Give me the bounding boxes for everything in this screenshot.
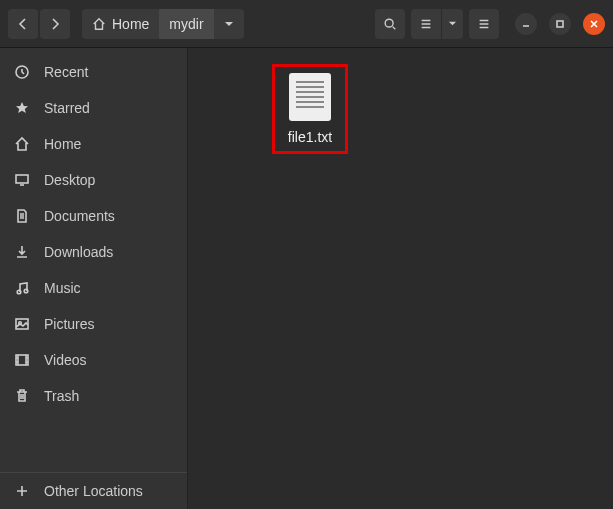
breadcrumb-label: Home <box>112 16 149 32</box>
list-icon <box>419 17 433 31</box>
svg-point-5 <box>24 289 28 293</box>
sidebar-item-music[interactable]: Music <box>0 270 187 306</box>
sidebar-item-label: Home <box>44 136 81 152</box>
sidebar-item-desktop[interactable]: Desktop <box>0 162 187 198</box>
places-list: Recent Starred Home Desktop Documents Do… <box>0 48 187 472</box>
sidebar: Recent Starred Home Desktop Documents Do… <box>0 48 188 509</box>
documents-icon <box>14 208 30 224</box>
sidebar-item-recent[interactable]: Recent <box>0 54 187 90</box>
sidebar-item-label: Starred <box>44 100 90 116</box>
triangle-down-icon <box>224 19 234 29</box>
text-file-icon <box>289 73 331 121</box>
sidebar-item-downloads[interactable]: Downloads <box>0 234 187 270</box>
chevron-left-icon <box>17 18 29 30</box>
breadcrumb-home[interactable]: Home <box>82 9 159 39</box>
home-icon <box>14 136 30 152</box>
sidebar-item-label: Trash <box>44 388 79 404</box>
sidebar-item-trash[interactable]: Trash <box>0 378 187 414</box>
search-icon <box>383 17 397 31</box>
sidebar-item-starred[interactable]: Starred <box>0 90 187 126</box>
search-button[interactable] <box>375 9 405 39</box>
plus-icon <box>14 483 30 499</box>
svg-rect-3 <box>16 175 28 183</box>
desktop-icon <box>14 172 30 188</box>
sidebar-item-label: Videos <box>44 352 87 368</box>
path-bar: Home mydir <box>82 9 244 39</box>
file-name-label: file1.txt <box>288 129 332 145</box>
sidebar-item-label: Downloads <box>44 244 113 260</box>
hamburger-menu-button[interactable] <box>469 9 499 39</box>
sidebar-item-label: Recent <box>44 64 88 80</box>
sidebar-item-label: Documents <box>44 208 115 224</box>
view-options-button[interactable] <box>441 9 463 39</box>
back-button[interactable] <box>8 9 38 39</box>
svg-rect-1 <box>557 21 563 27</box>
pictures-icon <box>14 316 30 332</box>
trash-icon <box>14 388 30 404</box>
path-dropdown-button[interactable] <box>214 9 244 39</box>
star-icon <box>14 100 30 116</box>
svg-point-0 <box>385 19 393 27</box>
maximize-icon <box>555 19 565 29</box>
window-controls <box>515 13 605 35</box>
triangle-down-icon <box>448 19 457 28</box>
view-controls <box>411 9 463 39</box>
forward-button[interactable] <box>40 9 70 39</box>
minimize-icon <box>521 19 531 29</box>
minimize-button[interactable] <box>515 13 537 35</box>
list-view-button[interactable] <box>411 9 441 39</box>
videos-icon <box>14 352 30 368</box>
maximize-button[interactable] <box>549 13 571 35</box>
close-button[interactable] <box>583 13 605 35</box>
close-icon <box>589 19 599 29</box>
file-item[interactable]: file1.txt <box>272 64 348 154</box>
sidebar-item-documents[interactable]: Documents <box>0 198 187 234</box>
file-view[interactable]: file1.txt <box>188 48 613 509</box>
music-icon <box>14 280 30 296</box>
sidebar-item-pictures[interactable]: Pictures <box>0 306 187 342</box>
main-area: Recent Starred Home Desktop Documents Do… <box>0 48 613 509</box>
home-icon <box>92 17 106 31</box>
sidebar-item-label: Other Locations <box>44 483 143 499</box>
sidebar-item-other-locations[interactable]: Other Locations <box>0 473 187 509</box>
sidebar-item-label: Desktop <box>44 172 95 188</box>
sidebar-item-videos[interactable]: Videos <box>0 342 187 378</box>
clock-icon <box>14 64 30 80</box>
downloads-icon <box>14 244 30 260</box>
sidebar-item-home[interactable]: Home <box>0 126 187 162</box>
chevron-right-icon <box>49 18 61 30</box>
nav-buttons <box>8 9 72 39</box>
breadcrumb-label: mydir <box>169 16 203 32</box>
breadcrumb-current[interactable]: mydir <box>159 9 213 39</box>
sidebar-item-label: Pictures <box>44 316 95 332</box>
menu-icon <box>477 17 491 31</box>
header-bar: Home mydir <box>0 0 613 48</box>
sidebar-item-label: Music <box>44 280 81 296</box>
svg-point-4 <box>17 290 21 294</box>
